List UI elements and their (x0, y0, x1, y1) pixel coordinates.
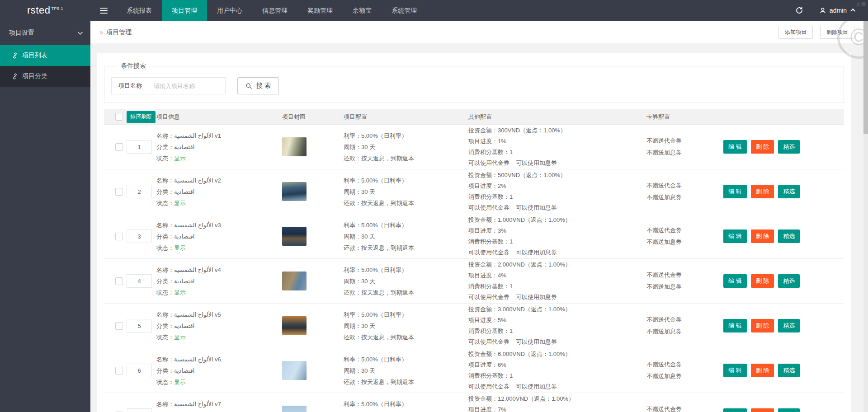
row-checkbox[interactable] (115, 322, 123, 330)
sort-order-input[interactable] (127, 364, 152, 377)
repay-label: 还款： (344, 244, 361, 251)
rate-value: 5.00%（日利率） (361, 311, 407, 318)
row-checkbox[interactable] (115, 277, 123, 285)
edit-button[interactable]: 编 辑 (723, 229, 747, 243)
edit-button[interactable]: 编 辑 (723, 319, 747, 332)
header-project-cover: 项目封面 (273, 113, 333, 121)
sort-order-input[interactable] (127, 140, 152, 154)
feature-button[interactable]: 精选 (778, 274, 800, 288)
rate-value: 5.00%（日利率） (361, 132, 407, 139)
edit-button[interactable]: 编 辑 (723, 408, 747, 412)
nav-item-yuebao[interactable]: 余额宝 (343, 0, 382, 21)
delete-button[interactable]: 删 除 (751, 229, 774, 243)
category-label: 分类： (156, 323, 174, 329)
table-row: 名称：الألواح الشمسية v7 分类：اقتصادية 状态：显示 … (104, 393, 844, 412)
sort-order-input[interactable] (127, 408, 152, 412)
table-row: 名称：الألواح الشمسية v3 分类：اقتصادية 状态：显示 … (104, 214, 844, 259)
nav-item-system-report[interactable]: 系统报表 (117, 0, 162, 21)
category-label: 分类： (156, 188, 174, 195)
delete-button[interactable]: 删 除 (751, 185, 774, 198)
rate-label: 利率： (344, 401, 361, 407)
delete-button[interactable]: 删 除 (751, 408, 774, 412)
no-interest-coupon: 不赠送加息券 (646, 192, 715, 203)
name-label: 名称： (156, 356, 174, 363)
nav-item-reward-management[interactable]: 奖励管理 (297, 0, 343, 21)
feature-button[interactable]: 精选 (778, 229, 800, 243)
progress-label: 项目进度： (468, 317, 498, 323)
sidebar-item-project-category[interactable]: 项目分类 (0, 66, 90, 87)
other-config-cell: 投资金额：6.000VND（返点：1.00%） 项目进度：6% 消费积分基数：1… (458, 349, 634, 392)
status-label: 状态： (156, 334, 174, 341)
feature-button[interactable]: 精选 (778, 140, 800, 154)
project-config-cell: 利率：5.00%（日利率） 周期：30 天 还款：按天返息，到期返本 (333, 398, 458, 412)
no-voucher: 不赠送代金券 (646, 269, 715, 281)
sort-order-input[interactable] (127, 229, 152, 243)
nav-item-info-management[interactable]: 信息管理 (252, 0, 297, 21)
table-header-row: 排序刷新 项目信息 项目封面 项目配置 其他配置 卡券配置 (104, 109, 844, 125)
sort-refresh-button[interactable]: 排序刷新 (127, 111, 156, 123)
status-label: 状态： (156, 379, 174, 385)
status-value[interactable]: 显示 (174, 379, 186, 385)
progress-value: 4% (498, 272, 506, 279)
delete-project-button[interactable]: 删除项目 (820, 26, 854, 39)
delete-button[interactable]: 删 除 (751, 140, 774, 154)
delete-button[interactable]: 删 除 (751, 319, 774, 332)
hamburger-menu-icon[interactable] (90, 0, 117, 21)
row-checkbox[interactable] (115, 188, 123, 196)
sort-order-input[interactable] (127, 185, 152, 198)
scrollbar-thumb[interactable] (863, 21, 868, 134)
row-checkbox[interactable] (115, 367, 123, 375)
status-value[interactable]: 显示 (174, 334, 186, 341)
search-button[interactable]: 搜 索 (237, 77, 279, 94)
caret-up-icon (850, 9, 855, 14)
repay-label: 还款： (344, 289, 361, 296)
status-label: 状态： (156, 155, 174, 162)
status-label: 状态： (156, 200, 174, 206)
sidebar-item-project-list[interactable]: 项目列表 (0, 45, 90, 66)
status-value[interactable]: 显示 (174, 244, 186, 251)
feature-button[interactable]: 精选 (778, 408, 800, 412)
status-value[interactable]: 显示 (174, 200, 186, 206)
feature-button[interactable]: 精选 (778, 364, 800, 377)
cycle-label: 周期： (344, 323, 361, 329)
nav-item-project-management[interactable]: 项目管理 (162, 0, 207, 21)
row-actions: 编 辑 删 除 精选 (715, 185, 844, 198)
project-name: الألواح الشمسية v1 (174, 132, 221, 139)
sort-order-input[interactable] (127, 319, 152, 332)
header-project-config: 项目配置 (333, 113, 458, 121)
project-info-cell: 名称：الألواح الشمسية v3 分类：اقتصادية 状态：显示 (156, 220, 273, 253)
invest-label: 投资金额： (468, 172, 498, 178)
project-name-input[interactable] (149, 77, 226, 94)
edit-button[interactable]: 编 辑 (723, 185, 747, 198)
delete-button[interactable]: 删 除 (751, 364, 774, 377)
header-buttons: 添加项目 删除项目 (778, 26, 854, 39)
edit-button[interactable]: 编 辑 (723, 274, 747, 288)
add-project-button[interactable]: 添加项目 (778, 26, 813, 39)
feature-button[interactable]: 精选 (778, 319, 800, 332)
status-value[interactable]: 显示 (174, 155, 186, 162)
refresh-icon[interactable] (786, 0, 813, 21)
row-checkbox[interactable] (115, 143, 123, 151)
edit-button[interactable]: 编 辑 (723, 364, 747, 377)
invest-value: 300VND（返点：1.00%） (498, 127, 566, 134)
no-voucher: 不赠送代金券 (646, 180, 715, 192)
invest-value: 12.000VND（返点：1.00%） (498, 395, 574, 402)
sidebar-group-project-settings[interactable]: 项目设置 (0, 21, 90, 45)
project-info-cell: 名称：الألواح الشمسية v6 分类：اقتصادية 状态：显示 (156, 354, 273, 388)
repay-label: 还款： (344, 379, 361, 385)
progress-value: 7% (498, 406, 506, 412)
scrollbar-track[interactable] (863, 21, 868, 412)
status-value[interactable]: 显示 (174, 289, 186, 296)
delete-button[interactable]: 删 除 (751, 274, 774, 288)
project-name: الألواح الشمسية v5 (174, 311, 221, 318)
row-checkbox[interactable] (115, 233, 123, 240)
nav-item-system-management[interactable]: 系统管理 (382, 0, 427, 21)
sort-order-input[interactable] (127, 274, 152, 288)
progress-value: 6% (498, 361, 506, 368)
project-category: اقتصادية (174, 188, 194, 195)
edit-button[interactable]: 编 辑 (723, 140, 747, 154)
nav-item-user-center[interactable]: 用户中心 (207, 0, 252, 21)
select-all-checkbox[interactable] (115, 113, 123, 121)
feature-button[interactable]: 精选 (778, 185, 800, 198)
search-icon (245, 83, 252, 89)
